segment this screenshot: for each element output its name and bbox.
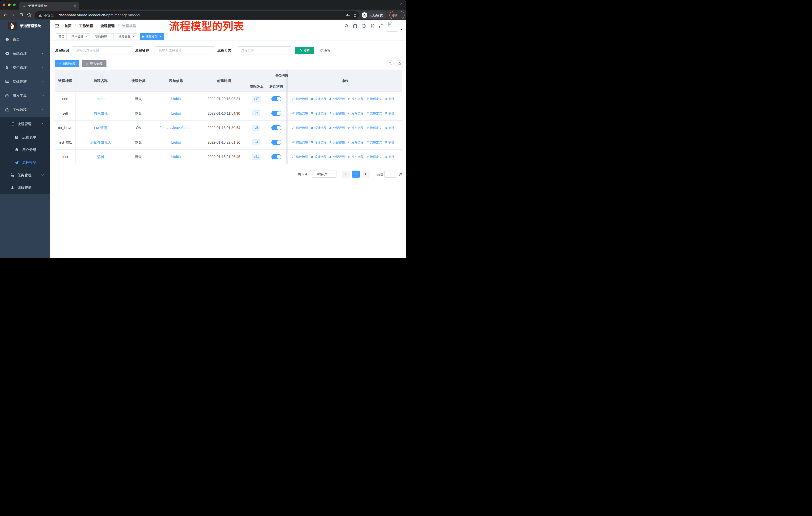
header-search-icon[interactable] [344,24,349,28]
filter-key-input[interactable]: 请输入流程标识 [72,46,133,54]
sidebar-item-home[interactable]: 首页 [0,32,50,46]
fullscreen-icon[interactable] [370,24,375,28]
cell-form-link[interactable]: /bpm/oa/leave/create [151,121,201,135]
tag-process-form[interactable]: 流程表单 [116,33,137,40]
filter-category-select[interactable]: 流程分类 [237,46,292,54]
cell-form-link[interactable]: biubiu [151,150,201,164]
tag-close-icon[interactable] [132,35,135,38]
active-toggle[interactable] [271,111,282,116]
action-edit-link[interactable]: 修改流程 [292,155,308,159]
github-icon[interactable] [353,24,357,28]
action-design-link[interactable]: 设计流程 [310,97,327,101]
action-delete-link[interactable]: 删除 [384,97,395,101]
action-delete-link[interactable]: 删除 [384,140,395,144]
back-icon[interactable] [3,12,7,17]
browser-tab[interactable]: 芋道管理系统 [19,2,79,9]
action-delete-link[interactable]: 删除 [384,111,395,115]
version-tag[interactable]: v5 [253,125,260,131]
tag-tenant-mgmt[interactable]: 租户管理 [69,33,90,40]
action-design-link[interactable]: 设计流程 [310,155,327,159]
action-definition-link[interactable]: 流程定义 [366,126,382,130]
font-size-icon[interactable] [378,23,383,28]
not-secure-warning-icon[interactable] [38,13,42,17]
tab-search-chevron-icon[interactable] [399,2,403,5]
prev-page-button[interactable] [342,170,350,178]
forward-icon[interactable] [10,12,16,17]
home-icon[interactable] [27,12,32,17]
action-delete-link[interactable]: 删除 [384,155,395,159]
reload-icon[interactable] [19,12,24,17]
active-toggle[interactable] [271,154,282,159]
sidebar-logo[interactable]: 芋道管理系统 [0,20,50,32]
active-toggle[interactable] [271,125,282,130]
new-tab-button[interactable] [82,3,86,7]
address-bar[interactable]: 不安全 dashboard.yudao.iocoder.cn/bpm/manag… [35,11,359,19]
action-assign-link[interactable]: 分配规则 [329,126,345,130]
action-assign-link[interactable]: 分配规则 [329,97,345,101]
tag-close-icon[interactable] [109,35,112,38]
sidebar-item-leave-query[interactable]: 请假查询 [0,182,50,194]
reset-button[interactable]: 重置 [316,47,334,54]
sidebar-item-dev-tools[interactable]: 研发工具 [0,89,50,103]
sidebar-item-system[interactable]: 系统管理 [0,46,50,60]
action-design-link[interactable]: 设计流程 [310,140,327,144]
cell-name-link[interactable]: 自己审批 [75,106,126,121]
version-tag[interactable]: v4 [253,139,260,145]
action-delete-link[interactable]: 删除 [384,126,395,130]
macos-close-button[interactable] [3,3,5,6]
action-definition-link[interactable]: 流程定义 [366,140,382,144]
action-design-link[interactable]: 设计流程 [310,126,327,130]
action-edit-link[interactable]: 修改流程 [292,140,308,144]
action-design-link[interactable]: 设计流程 [310,111,327,115]
action-definition-link[interactable]: 流程定义 [366,111,382,115]
tag-home[interactable]: 首页 [56,33,67,40]
create-process-button[interactable]: 新建流程 [55,60,79,67]
bookmark-star-icon[interactable] [353,13,357,18]
toggle-search-button[interactable] [387,60,394,67]
filter-name-input[interactable]: 请输入流程名称 [154,46,215,54]
action-definition-link[interactable]: 流程定义 [366,97,382,101]
action-assign-link[interactable]: 分配规则 [329,155,345,159]
action-edit-link[interactable]: 修改流程 [292,126,308,130]
action-publish-link[interactable]: 发布流程 [347,155,364,159]
cell-name-link[interactable]: 测试多审批人 [75,135,126,150]
cell-name-link[interactable]: OA 请假 [75,121,126,135]
password-key-icon[interactable] [346,13,350,18]
avatar-caret-down-icon[interactable] [400,28,403,30]
macos-minimize-button[interactable] [8,3,10,6]
tag-close-icon[interactable] [159,35,162,38]
breadcrumb-process-mgmt[interactable]: 流程管理 [100,24,115,28]
refresh-table-button[interactable] [396,60,403,67]
action-definition-link[interactable]: 流程定义 [366,155,382,159]
sidebar-item-process-form[interactable]: 流程表单 [0,131,50,144]
tag-process-model[interactable]: 流程模型 [140,33,164,40]
active-toggle[interactable] [271,140,282,145]
cell-name-link[interactable]: 滔博 [75,150,126,164]
sidebar-item-task-mgmt[interactable]: 任务管理 [0,169,50,182]
sidebar-item-workflow[interactable]: 工作流程 [0,103,50,117]
action-assign-link[interactable]: 分配规则 [329,111,345,115]
help-icon[interactable] [361,24,366,28]
action-publish-link[interactable]: 发布流程 [347,111,364,115]
action-publish-link[interactable]: 发布流程 [347,97,364,101]
version-tag[interactable]: v17 [252,96,261,102]
next-page-button[interactable] [362,170,370,178]
tag-my-process[interactable]: 我的流程 [93,33,114,40]
action-publish-link[interactable]: 发布流程 [347,126,364,130]
sidebar-item-process-mgmt[interactable]: 流程管理 [0,117,50,131]
not-secure-label[interactable]: 不安全 [44,12,54,18]
macos-zoom-button[interactable] [13,3,16,6]
tag-close-icon[interactable] [85,35,88,38]
import-process-button[interactable]: 导入流程 [82,60,107,67]
sidebar-collapse-icon[interactable] [54,23,59,28]
cell-form-link[interactable]: biubiu [151,106,201,121]
active-toggle[interactable] [271,96,282,101]
cell-form-link[interactable]: biubiu [151,92,201,106]
url-text[interactable]: dashboard.yudao.iocoder.cn/bpm/manager/m… [59,13,140,17]
sidebar-item-infrastructure[interactable]: 基础设施 [0,75,50,89]
goto-page-input[interactable]: 1 [384,170,397,178]
current-page-button[interactable]: 1 [352,170,360,178]
tab-close-icon[interactable] [73,4,77,8]
sidebar-item-process-model[interactable]: 流程模型 [0,156,50,169]
action-publish-link[interactable]: 发布流程 [347,140,364,144]
